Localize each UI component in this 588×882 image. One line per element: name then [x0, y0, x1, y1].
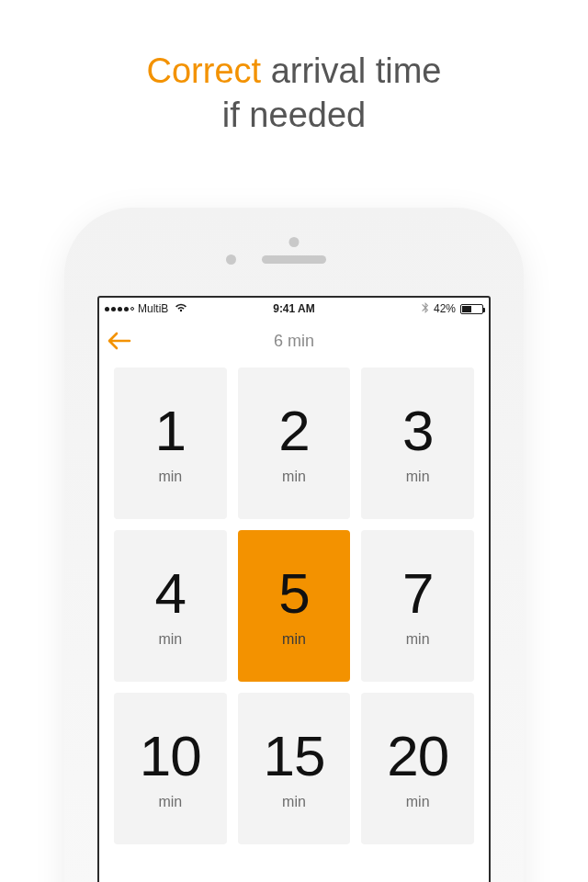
tile-value: 1: [155, 402, 186, 459]
time-tile-3[interactable]: 3min: [361, 368, 474, 519]
tile-unit: min: [158, 469, 182, 485]
nav-bar: 6 min: [99, 320, 489, 362]
time-tile-20[interactable]: 20min: [361, 693, 474, 844]
tile-unit: min: [406, 631, 430, 648]
time-tile-10[interactable]: 10min: [114, 693, 227, 844]
tile-value: 5: [278, 565, 309, 622]
status-bar: MultiB 9:41 AM 42%: [99, 298, 489, 320]
tile-unit: min: [282, 631, 306, 648]
time-tile-4[interactable]: 4min: [114, 530, 227, 682]
nav-title: 6 min: [99, 332, 489, 351]
time-grid: 1min2min3min4min5min7min10min15min20min: [99, 362, 489, 844]
phone-frame: MultiB 9:41 AM 42% 6 min: [70, 213, 518, 882]
phone-camera: [226, 254, 236, 265]
promo-headline: Correct arrival time if needed: [0, 0, 588, 137]
headline-rest-2: if needed: [222, 96, 366, 134]
tile-unit: min: [282, 794, 306, 810]
tile-value: 15: [264, 728, 325, 785]
time-tile-7[interactable]: 7min: [361, 530, 474, 682]
time-tile-5[interactable]: 5min: [238, 530, 351, 682]
time-tile-1[interactable]: 1min: [114, 368, 227, 519]
tile-value: 3: [402, 402, 433, 459]
tile-value: 20: [387, 728, 448, 785]
tile-unit: min: [158, 794, 182, 810]
tile-unit: min: [406, 794, 430, 810]
phone-earpiece: [262, 255, 326, 264]
headline-rest-1: arrival time: [261, 51, 441, 90]
tile-value: 10: [140, 728, 201, 785]
phone-sensor: [289, 237, 300, 247]
time-tile-2[interactable]: 2min: [238, 368, 351, 519]
tile-unit: min: [406, 469, 430, 485]
headline-accent: Correct: [147, 51, 262, 90]
tile-unit: min: [158, 631, 182, 648]
tile-value: 4: [155, 565, 186, 622]
tile-value: 2: [278, 402, 309, 459]
tile-unit: min: [282, 469, 306, 485]
tile-value: 7: [402, 565, 433, 622]
time-tile-15[interactable]: 15min: [238, 693, 351, 844]
battery-icon: [460, 304, 483, 314]
phone-screen: MultiB 9:41 AM 42% 6 min: [97, 296, 491, 882]
status-time: 9:41 AM: [99, 302, 489, 315]
